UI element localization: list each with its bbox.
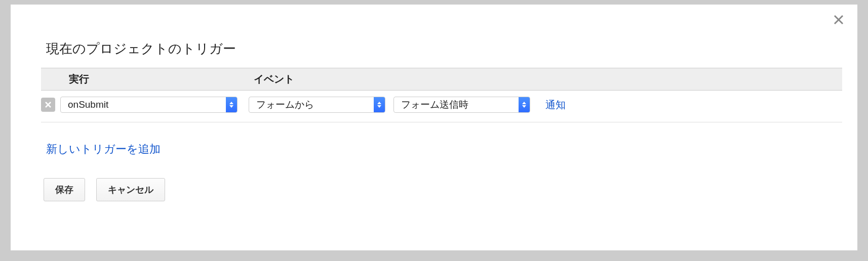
close-icon: [833, 14, 845, 26]
event-type-select-value: フォーム送信時: [394, 98, 519, 111]
triggers-dialog: 現在のプロジェクトのトリガー 実行 イベント onSubmit フォームから: [10, 4, 858, 251]
remove-trigger-button[interactable]: [41, 98, 55, 112]
select-arrow-icon: [519, 97, 530, 112]
column-header-run: 実行: [41, 72, 233, 86]
function-select[interactable]: onSubmit: [60, 97, 238, 113]
select-arrow-icon: [374, 97, 385, 112]
event-type-select[interactable]: フォーム送信時: [393, 97, 530, 113]
close-button[interactable]: [833, 14, 845, 26]
notification-link[interactable]: 通知: [542, 98, 566, 112]
function-select-value: onSubmit: [61, 99, 226, 110]
dialog-footer: 保存 キャンセル: [11, 157, 857, 201]
add-trigger-link[interactable]: 新しいトリガーを追加: [11, 122, 161, 157]
event-source-select[interactable]: フォームから: [249, 97, 385, 113]
save-button[interactable]: 保存: [44, 178, 85, 201]
column-header-event: イベント: [233, 72, 294, 86]
event-source-select-value: フォームから: [249, 98, 374, 111]
table-header: 実行 イベント: [41, 68, 842, 91]
cancel-button[interactable]: キャンセル: [96, 178, 165, 201]
dialog-title: 現在のプロジェクトのトリガー: [11, 20, 857, 68]
trigger-row: onSubmit フォームから フォーム送信時 通知: [41, 91, 842, 122]
remove-icon: [45, 101, 52, 108]
select-arrow-icon: [226, 97, 237, 112]
